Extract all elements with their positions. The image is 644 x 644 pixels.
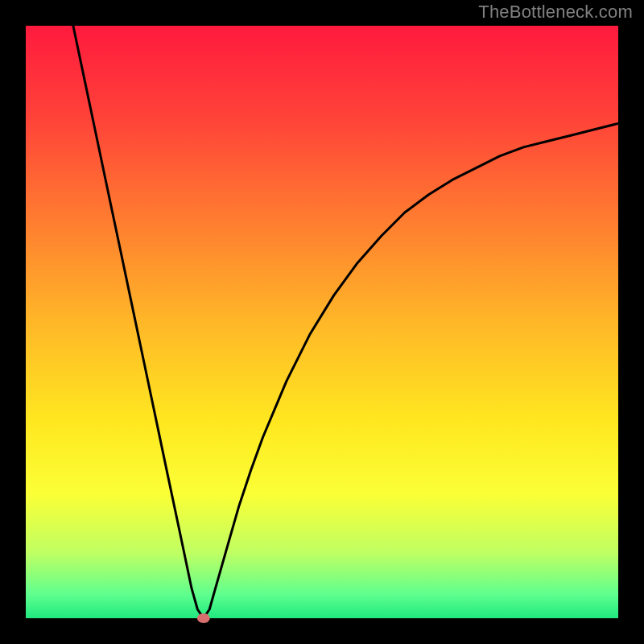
minimum-marker bbox=[197, 613, 210, 623]
watermark-label: TheBottleneck.com bbox=[478, 2, 633, 23]
chart-container: TheBottleneck.com bbox=[0, 0, 644, 644]
plot-background bbox=[26, 26, 618, 618]
bottleneck-chart bbox=[0, 0, 644, 644]
